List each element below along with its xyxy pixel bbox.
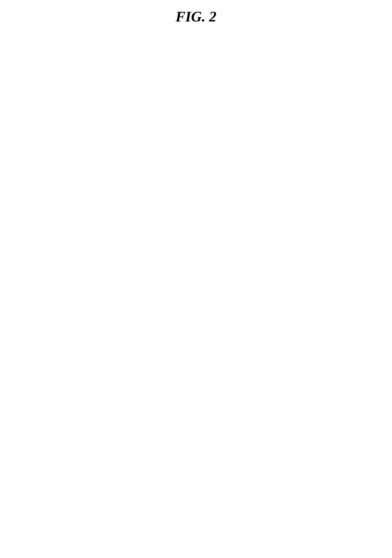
page: FIG. 2 CONTROLLED SIDE SYSTEM 52 53 54 C… [0,0,392,558]
figure-title: FIG. 2 [16,8,376,25]
